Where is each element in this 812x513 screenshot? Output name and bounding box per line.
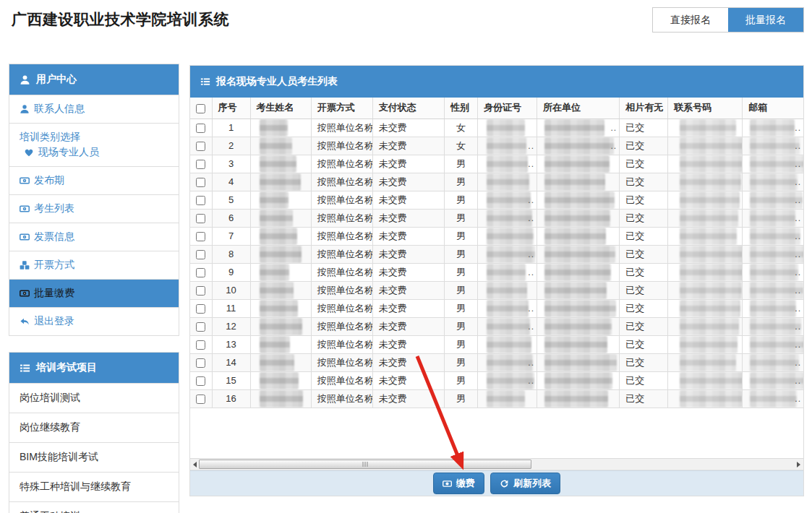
cell-phone-masked bbox=[668, 227, 743, 245]
cell-id-masked: .. bbox=[477, 317, 537, 335]
cell-invoice-method: 按照单位名称 bbox=[311, 173, 372, 191]
cell-unit-masked bbox=[537, 317, 620, 335]
sidebar-item-label: 发票信息 bbox=[34, 230, 74, 243]
sidebar-item-label: 退出登录 bbox=[34, 315, 74, 328]
row-checkbox[interactable] bbox=[196, 142, 205, 151]
cell-photo-status: 已交 bbox=[620, 335, 668, 353]
cell-seq: 3 bbox=[212, 155, 250, 173]
scrollbar-thumb[interactable] bbox=[199, 460, 531, 469]
cell-id-masked bbox=[477, 281, 537, 299]
cell-email-masked: .. bbox=[743, 371, 803, 389]
cell-phone-masked bbox=[668, 155, 743, 173]
sidebar-item-candidate-list[interactable]: 考生列表 bbox=[9, 194, 179, 223]
mask-ellipsis: .. bbox=[795, 177, 801, 187]
sidebar-item-bim-training-exam[interactable]: BIM技能培训考试 bbox=[9, 442, 179, 472]
cell-name-masked bbox=[250, 317, 311, 335]
refresh-list-button[interactable]: 刷新列表 bbox=[490, 473, 560, 494]
column-header: 联系号码 bbox=[668, 98, 743, 118]
cell-payment-status: 未交费 bbox=[372, 191, 444, 209]
row-checkbox[interactable] bbox=[196, 124, 205, 133]
cell-email-masked: .. bbox=[743, 173, 803, 191]
select-all-checkbox[interactable] bbox=[196, 104, 205, 113]
cell-invoice-method: 按照单位名称 bbox=[311, 371, 372, 389]
banknote-icon bbox=[20, 288, 30, 298]
cell-email-masked: .. bbox=[743, 335, 803, 353]
cell-unit-masked bbox=[537, 353, 620, 371]
cell-photo-status: 已交 bbox=[620, 281, 668, 299]
row-checkbox[interactable] bbox=[196, 322, 205, 332]
sidebar-item-batch-payment[interactable]: 批量缴费 bbox=[9, 279, 179, 307]
row-checkbox[interactable] bbox=[196, 340, 205, 350]
page-title: 广西建设职业技术学院培训系统 bbox=[12, 9, 229, 30]
row-checkbox[interactable] bbox=[196, 214, 205, 223]
cell-unit-masked bbox=[537, 227, 620, 245]
sidebar-item-post-training-test[interactable]: 岗位培训测试 bbox=[9, 383, 179, 413]
candidate-row: 16按照单位名称未交费男已交.. bbox=[190, 389, 803, 408]
cell-photo-status: 已交 bbox=[620, 371, 668, 389]
row-checkbox[interactable] bbox=[196, 376, 205, 386]
table-empty-area bbox=[190, 408, 803, 459]
sidebar-item-invoice-info[interactable]: 发票信息 bbox=[9, 223, 179, 251]
row-checkbox[interactable] bbox=[196, 160, 205, 169]
cell-gender: 男 bbox=[444, 317, 477, 335]
cell-invoice-method: 按照单位名称 bbox=[311, 155, 372, 173]
cell-seq: 6 bbox=[212, 209, 250, 227]
sidebar-item-invoice-method[interactable]: 开票方式 bbox=[9, 251, 179, 279]
row-checkbox[interactable] bbox=[196, 250, 205, 259]
row-checkbox[interactable] bbox=[196, 232, 205, 241]
cell-seq: 5 bbox=[212, 191, 250, 209]
cell-name-masked bbox=[250, 155, 311, 173]
row-checkbox[interactable] bbox=[196, 178, 205, 187]
select-all-cell bbox=[190, 98, 212, 118]
cell-name-masked bbox=[250, 281, 311, 299]
cell-invoice-method: 按照单位名称 bbox=[311, 299, 372, 317]
cell-phone-masked bbox=[668, 209, 743, 227]
mask-ellipsis: .. bbox=[528, 249, 534, 259]
cell-phone-masked bbox=[668, 173, 743, 191]
pay-button-label: 缴费 bbox=[456, 477, 475, 490]
cell-unit-masked bbox=[537, 371, 620, 389]
cell-phone-masked bbox=[668, 245, 743, 263]
sidebar-item-general-trade-training[interactable]: 普通工种培训 bbox=[9, 501, 179, 513]
column-header: 相片有无 bbox=[620, 98, 668, 118]
cell-phone-masked bbox=[668, 118, 743, 137]
cell-payment-status: 未交费 bbox=[372, 173, 444, 191]
cell-phone-masked bbox=[668, 317, 743, 335]
direct-signup-button[interactable]: 直接报名 bbox=[653, 8, 728, 32]
horizontal-scrollbar[interactable] bbox=[190, 458, 803, 470]
column-header: 邮箱 bbox=[743, 98, 803, 118]
row-checkbox[interactable] bbox=[196, 395, 205, 404]
cell-seq: 1 bbox=[212, 118, 250, 137]
sidebar-subitem-label: 现场专业人员 bbox=[38, 146, 99, 159]
row-checkbox[interactable] bbox=[196, 286, 205, 296]
scroll-left-arrow-icon[interactable] bbox=[193, 462, 197, 467]
cell-email-masked: .. bbox=[743, 299, 803, 317]
scroll-right-arrow-icon[interactable] bbox=[797, 462, 800, 467]
sidebar-item-special-trade-training[interactable]: 特殊工种培训与继续教育 bbox=[9, 472, 179, 501]
mask-ellipsis: .. bbox=[528, 159, 534, 169]
sidebar-item-contact-info[interactable]: 联系人信息 bbox=[9, 95, 179, 123]
sidebar-item-publish-period[interactable]: 发布期 bbox=[9, 166, 179, 194]
cell-name-masked bbox=[250, 191, 311, 209]
cell-name-masked bbox=[250, 118, 311, 137]
cell-unit-masked: .. bbox=[537, 137, 620, 155]
cell-unit-masked bbox=[537, 173, 620, 191]
pay-button[interactable]: 缴费 bbox=[433, 473, 484, 494]
sidebar-item-training-category[interactable]: 培训类别选择现场专业人员 bbox=[9, 123, 179, 166]
cell-invoice-method: 按照单位名称 bbox=[311, 353, 372, 371]
cell-email-masked: .. bbox=[743, 281, 803, 299]
cell-phone-masked bbox=[668, 371, 743, 389]
cell-invoice-method: 按照单位名称 bbox=[311, 317, 372, 335]
sidebar-item-label: 联系人信息 bbox=[34, 103, 85, 116]
row-checkbox[interactable] bbox=[196, 358, 205, 368]
cell-invoice-method: 按照单位名称 bbox=[311, 263, 372, 281]
sidebar-item-label: 培训类别选择 bbox=[20, 131, 168, 144]
list-icon bbox=[200, 77, 210, 87]
mask-ellipsis: .. bbox=[610, 141, 617, 151]
row-checkbox[interactable] bbox=[196, 304, 205, 314]
sidebar-item-logout[interactable]: 退出登录 bbox=[9, 307, 179, 335]
sidebar-item-post-continuing-edu[interactable]: 岗位继续教育 bbox=[9, 413, 179, 442]
row-checkbox[interactable] bbox=[196, 196, 205, 205]
batch-signup-button[interactable]: 批量报名 bbox=[728, 8, 803, 32]
row-checkbox[interactable] bbox=[196, 268, 205, 277]
